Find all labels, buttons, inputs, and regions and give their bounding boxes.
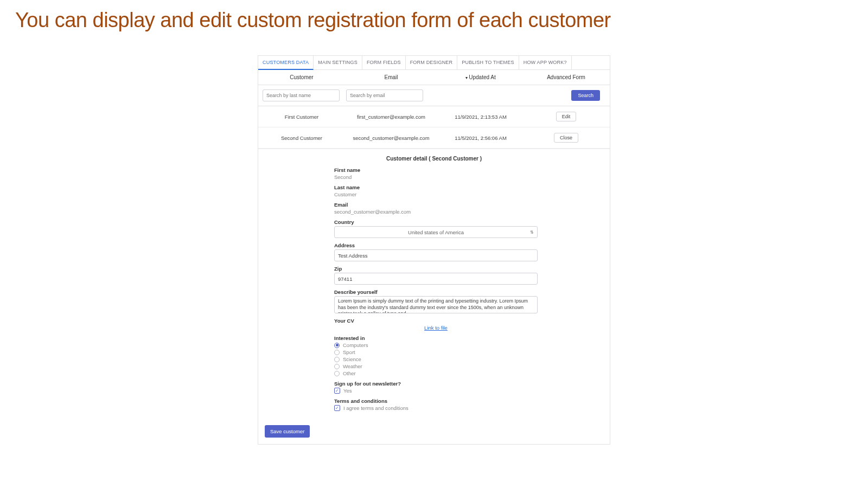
radio-weather[interactable]: Weather (334, 363, 588, 369)
radio-science[interactable]: Science (334, 356, 588, 362)
search-button[interactable]: Search (571, 90, 600, 101)
table-row: First Customer first_customer@example.co… (258, 106, 610, 127)
value-email: second_customer@example.com (334, 209, 411, 215)
label-terms: Terms and conditions (334, 398, 588, 404)
radio-other[interactable]: Other (334, 370, 588, 376)
tab-how-app-work[interactable]: HOW APP WORK? (519, 56, 572, 69)
search-email-input[interactable] (346, 89, 423, 101)
cell-action: Edit (524, 112, 608, 121)
radio-label: Sport (343, 349, 355, 355)
cell-email: second_customer@example.com (345, 135, 437, 141)
label-zip: Zip (334, 266, 588, 272)
cell-action: Close (524, 133, 608, 143)
field-last-name: Last name Customer (334, 184, 588, 197)
col-updated-label: Updated At (469, 74, 495, 80)
field-address: Address (334, 242, 588, 261)
table-header: Customer Email ▾Updated At Advanced Form (258, 70, 610, 85)
value-first-name: Second (334, 174, 352, 180)
label-country: Country (334, 219, 588, 225)
field-newsletter: Sign up for out newsletter? ✓Yes (334, 381, 588, 394)
col-customer[interactable]: Customer (258, 74, 345, 80)
checkbox-label: I agree terms and conditions (343, 405, 409, 411)
save-customer-button[interactable]: Save customer (265, 425, 310, 438)
checkbox-label: Yes (343, 388, 352, 394)
radio-computers[interactable]: Computers (334, 342, 588, 348)
radio-icon (334, 371, 340, 376)
field-describe: Describe yourself Lorem Ipsum is simply … (334, 289, 588, 313)
page-headline: You can display and edit custom registra… (0, 0, 868, 36)
radio-sport[interactable]: Sport (334, 349, 588, 355)
label-newsletter: Sign up for out newsletter? (334, 381, 588, 387)
field-email: Email second_customer@example.com (334, 202, 588, 215)
col-updated-at[interactable]: ▾Updated At (437, 74, 524, 80)
label-interested: Interested in (334, 335, 588, 341)
field-country: Country United states of America ⇅ (334, 219, 588, 238)
cell-customer: First Customer (258, 114, 345, 120)
label-cv: Your CV (334, 318, 588, 324)
tab-customers-data[interactable]: CUSTOMERS DATA (258, 56, 314, 70)
cv-link[interactable]: Link to file (334, 325, 538, 331)
search-lastname-input[interactable] (263, 89, 340, 101)
cell-updated: 11/5/2021, 2:56:06 AM (437, 135, 524, 141)
field-zip: Zip (334, 266, 588, 285)
cell-email: first_customer@example.com (345, 114, 437, 120)
address-input[interactable] (334, 249, 538, 261)
value-last-name: Customer (334, 191, 356, 197)
terms-checkbox[interactable]: ✓I agree terms and conditions (334, 405, 588, 411)
radio-icon (334, 364, 340, 369)
field-terms: Terms and conditions ✓I agree terms and … (334, 398, 588, 411)
label-describe: Describe yourself (334, 289, 588, 295)
edit-button[interactable]: Edit (556, 112, 577, 121)
tab-form-fields[interactable]: FORM FIELDS (362, 56, 406, 69)
app-panel: CUSTOMERS DATA MAIN SETTINGS FORM FIELDS… (258, 55, 610, 445)
tab-main-settings[interactable]: MAIN SETTINGS (314, 56, 362, 69)
tab-bar: CUSTOMERS DATA MAIN SETTINGS FORM FIELDS… (258, 56, 610, 70)
col-advanced[interactable]: Advanced Form (524, 74, 608, 80)
radio-icon (334, 357, 340, 362)
radio-icon (334, 350, 340, 355)
tab-form-designer[interactable]: FORM DESIGNER (406, 56, 458, 69)
cell-updated: 11/9/2021, 2:13:53 AM (437, 114, 524, 120)
zip-input[interactable] (334, 273, 538, 285)
search-row: Search (258, 85, 610, 106)
newsletter-checkbox[interactable]: ✓Yes (334, 388, 588, 394)
close-button[interactable]: Close (554, 133, 578, 143)
describe-textarea[interactable]: Lorem Ipsum is simply dummy text of the … (334, 296, 538, 313)
sort-desc-icon: ▾ (465, 75, 468, 80)
label-address: Address (334, 242, 588, 248)
tab-publish-to-themes[interactable]: PUBLISH TO THEMES (457, 56, 519, 69)
chevron-updown-icon: ⇅ (530, 230, 534, 235)
label-email: Email (334, 202, 588, 208)
field-cv: Your CV Link to file (334, 318, 588, 331)
cell-customer: Second Customer (258, 135, 345, 141)
radio-icon (334, 343, 340, 348)
radio-label: Science (343, 356, 361, 362)
detail-title: Customer detail ( Second Customer ) (258, 149, 610, 165)
radio-label: Weather (343, 363, 362, 369)
label-last-name: Last name (334, 184, 588, 190)
radio-label: Computers (343, 342, 368, 348)
table-row: Second Customer second_customer@example.… (258, 127, 610, 149)
country-value: United states of America (408, 229, 464, 235)
detail-body: First name Second Last name Customer Ema… (258, 165, 610, 421)
label-first-name: First name (334, 167, 588, 173)
col-email[interactable]: Email (345, 74, 437, 80)
country-select[interactable]: United states of America ⇅ (334, 226, 538, 238)
check-icon: ✓ (334, 405, 340, 411)
field-interested: Interested in Computers Sport Science We… (334, 335, 588, 376)
radio-label: Other (343, 370, 356, 376)
field-first-name: First name Second (334, 167, 588, 180)
check-icon: ✓ (334, 388, 340, 394)
